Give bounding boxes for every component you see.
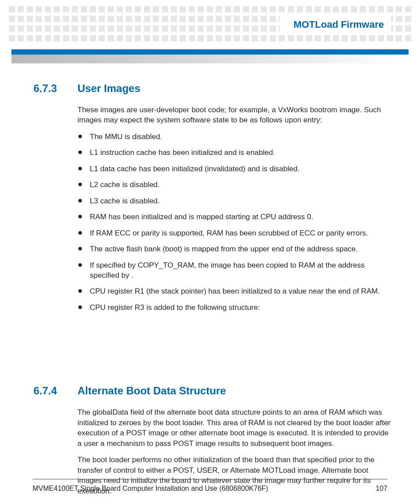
list-item: L1 instruction cache has been initialize… [77, 147, 394, 158]
section-title: Alternate Boot Data Structure [77, 384, 394, 397]
section-gap [0, 318, 420, 384]
section-number: 6.7.3 [33, 82, 77, 318]
footer-page-number: 107 [376, 485, 387, 493]
bullet-list: The MMU is disabled. L1 instruction cach… [77, 132, 394, 313]
list-item: CPU register R1 (the stack pointer) has … [77, 286, 394, 296]
footer-doc-title: MVME4100ET Single Board Computer Install… [33, 485, 268, 493]
header-blue-bar [11, 49, 409, 55]
list-item: L2 cache is disabled. [77, 180, 394, 190]
section-body: User Images These images are user-develo… [77, 82, 402, 318]
section-title: User Images [77, 82, 394, 95]
list-item: If RAM ECC or parity is supported, RAM h… [77, 228, 394, 238]
list-item: CPU register R3 is added to the followin… [77, 302, 394, 313]
list-item: The MMU is disabled. [77, 132, 394, 142]
list-item: L3 cache is disabled. [77, 196, 394, 206]
footer-rule [33, 479, 387, 479]
list-item: L1 data cache has been initialized (inva… [77, 164, 394, 174]
header-gradient-strip [11, 55, 409, 63]
footer: MVME4100ET Single Board Computer Install… [33, 485, 387, 493]
paragraph: The globalData field of the alternate bo… [77, 407, 394, 449]
paragraph: These images are user-developer boot cod… [77, 105, 394, 125]
list-item: The active flash bank (boot) is mapped f… [77, 244, 394, 254]
header-title: MOTLoad Firmware [290, 19, 387, 30]
page: MOTLoad Firmware 6.7.3 User Images These… [0, 0, 420, 504]
content-area: 6.7.3 User Images These images are user-… [0, 82, 420, 473]
list-item: If specified by COPY_TO_RAM, the image h… [77, 260, 394, 281]
section-user-images: 6.7.3 User Images These images are user-… [0, 82, 420, 318]
list-item: RAM has been initialized and is mapped s… [77, 212, 394, 222]
